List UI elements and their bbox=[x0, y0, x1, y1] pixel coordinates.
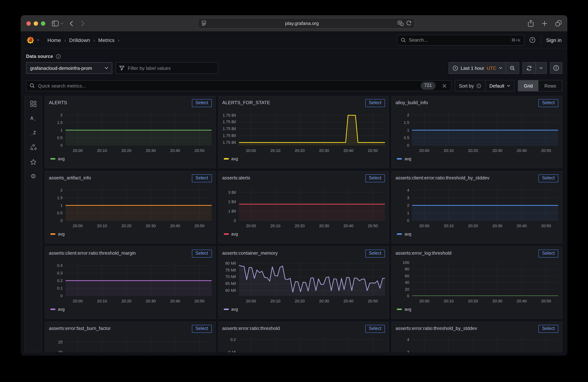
x-tick-label: 20:50 bbox=[541, 224, 551, 228]
chart-plot[interactable] bbox=[239, 338, 385, 352]
datasource-select[interactable]: grafanacloud-demoinfra-prom bbox=[26, 62, 112, 74]
breadcrumb-home[interactable]: Home bbox=[47, 37, 61, 43]
breadcrumb-metrics[interactable]: Metrics bbox=[98, 37, 115, 43]
x-tick-label: 20:40 bbox=[343, 224, 353, 228]
panel-select-button[interactable]: Select bbox=[538, 325, 558, 333]
translate-icon[interactable]: A x bbox=[398, 21, 404, 26]
breadcrumb-drilldown[interactable]: Drilldown bbox=[69, 37, 90, 43]
panel-select-button[interactable]: Select bbox=[538, 249, 558, 258]
clear-icon[interactable] bbox=[442, 84, 446, 88]
y-tick-label: 20 bbox=[58, 350, 63, 353]
panel-select-button[interactable]: Select bbox=[365, 99, 385, 107]
x-tick-label: 20:40 bbox=[170, 299, 180, 303]
prefix-filter-icon[interactable]: A_ bbox=[30, 115, 37, 122]
chart-plot[interactable] bbox=[412, 338, 558, 352]
chart-plot[interactable] bbox=[239, 263, 385, 296]
panel-select-button[interactable]: Select bbox=[192, 174, 212, 182]
panel-select-button[interactable]: Select bbox=[365, 249, 385, 258]
url-bar[interactable]: play.grafana.org A x bbox=[198, 18, 415, 29]
legend-label[interactable]: avg bbox=[231, 232, 238, 236]
groups-icon[interactable] bbox=[30, 144, 37, 151]
x-tick-label: 20:00 bbox=[246, 224, 256, 228]
sort-select[interactable]: Default bbox=[485, 80, 514, 91]
clock-icon bbox=[453, 65, 458, 71]
chart-plot[interactable] bbox=[65, 112, 212, 145]
y-tick-label: 75 Mil bbox=[225, 268, 236, 272]
view-toggle: Grid Rows bbox=[518, 80, 562, 92]
fullscreen-button[interactable] bbox=[41, 21, 45, 25]
search-icon bbox=[401, 38, 406, 42]
tab-overview-icon[interactable] bbox=[555, 20, 562, 26]
chart-plot[interactable] bbox=[239, 112, 385, 145]
settings-gear-icon[interactable]: ⚙︎ bbox=[30, 173, 37, 179]
help-icon[interactable]: ? bbox=[529, 37, 536, 43]
metric-panel: asserts:error:ratio:threshold_by_stddev … bbox=[392, 322, 562, 352]
refresh-button[interactable] bbox=[523, 63, 536, 74]
panel-select-button[interactable]: Select bbox=[365, 174, 385, 182]
forward-icon[interactable] bbox=[81, 20, 85, 26]
legend-label[interactable]: avg bbox=[231, 157, 238, 161]
time-range-button[interactable]: Last 1 hour UTC bbox=[449, 63, 506, 74]
panel-select-button[interactable]: Select bbox=[365, 325, 385, 333]
chart-plot[interactable] bbox=[412, 263, 558, 296]
chart-plot[interactable] bbox=[65, 338, 212, 352]
reader-icon[interactable] bbox=[201, 21, 206, 26]
grafana-logo[interactable] bbox=[26, 36, 34, 44]
minimize-button[interactable] bbox=[34, 21, 38, 25]
y-tick-label: 60 Mil bbox=[225, 288, 236, 292]
x-axis: 20:0020:1020:2020:3020:4020:50 bbox=[239, 296, 385, 305]
view-toggle-grid[interactable]: Grid bbox=[518, 80, 539, 91]
new-tab-icon[interactable] bbox=[542, 20, 547, 26]
suffix-filter-icon[interactable]: _Z bbox=[30, 130, 37, 136]
chart: 020406080100 bbox=[396, 263, 558, 296]
panel-select-button[interactable]: Select bbox=[538, 174, 558, 182]
refresh-interval-dropdown[interactable] bbox=[536, 63, 546, 74]
y-tick-label: 20 bbox=[405, 287, 409, 291]
sidebar-chevron-icon[interactable] bbox=[61, 22, 64, 24]
chart-plot[interactable] bbox=[65, 263, 212, 296]
global-search-input[interactable]: Search... ⌘+k bbox=[397, 35, 524, 45]
panel-select-button[interactable]: Select bbox=[192, 99, 212, 107]
sidebar-toggle-icon[interactable] bbox=[52, 20, 59, 26]
y-axis: 34 bbox=[396, 338, 412, 352]
chart-plot[interactable] bbox=[412, 187, 558, 221]
x-tick-label: 20:20 bbox=[122, 148, 131, 153]
share-icon[interactable] bbox=[528, 20, 534, 27]
x-tick-label: 20:50 bbox=[368, 224, 378, 228]
sign-in-button[interactable]: Sign in bbox=[546, 37, 562, 43]
close-button[interactable] bbox=[26, 21, 31, 25]
panel-select-button[interactable]: Select bbox=[192, 325, 212, 333]
legend-label[interactable]: avg bbox=[405, 157, 411, 161]
label-filter-input[interactable]: Filter by label values bbox=[116, 62, 218, 74]
panel-select-button[interactable]: Select bbox=[538, 99, 558, 107]
legend-label[interactable]: avg bbox=[58, 157, 65, 161]
quick-search-input[interactable]: Quick search metrics... 721 bbox=[26, 80, 451, 91]
panel-select-button[interactable]: Select bbox=[192, 249, 212, 258]
x-tick-label: 20:10 bbox=[444, 148, 454, 153]
info-button[interactable] bbox=[550, 62, 562, 74]
info-icon[interactable] bbox=[56, 54, 61, 59]
y-tick-label: 0 bbox=[407, 143, 409, 147]
x-tick-label: 20:40 bbox=[517, 224, 527, 228]
legend-label[interactable]: avg bbox=[58, 307, 65, 311]
chart-plot[interactable] bbox=[65, 187, 212, 221]
legend-label[interactable]: avg bbox=[231, 307, 238, 311]
reload-icon[interactable] bbox=[406, 21, 411, 26]
legend-label[interactable]: avg bbox=[58, 232, 65, 236]
view-toggle-rows[interactable]: Rows bbox=[539, 80, 562, 91]
legend-label[interactable]: avg bbox=[405, 307, 411, 311]
legend-label[interactable]: avg bbox=[405, 232, 411, 236]
zoom-out-button[interactable] bbox=[506, 63, 519, 74]
x-tick-label: 20:30 bbox=[492, 299, 502, 303]
chart-plot[interactable] bbox=[239, 187, 385, 221]
favorites-star-icon[interactable] bbox=[30, 158, 37, 165]
org-switcher-chevron-icon[interactable] bbox=[37, 39, 40, 41]
metric-panel: alloy_build_info Select 00.511.52 20:002… bbox=[392, 96, 562, 168]
y-tick-label: 80 Mil bbox=[225, 261, 236, 265]
back-icon[interactable] bbox=[69, 20, 73, 26]
traffic-lights bbox=[26, 21, 45, 25]
y-tick-label: 1.5 bbox=[404, 120, 409, 124]
info-icon[interactable] bbox=[476, 83, 481, 88]
chart-plot[interactable] bbox=[412, 112, 558, 145]
apps-icon[interactable] bbox=[30, 101, 37, 107]
